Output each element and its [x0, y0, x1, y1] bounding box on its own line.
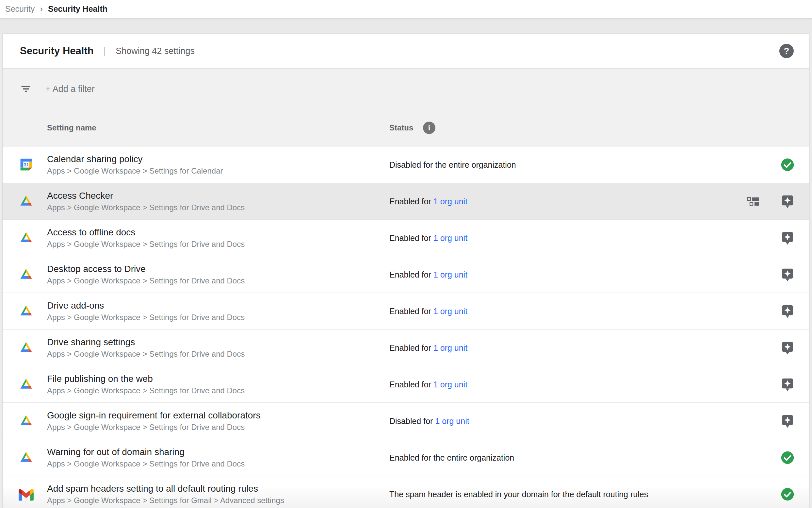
org-unit-link[interactable]: 1 org unit	[433, 343, 467, 352]
setting-name: File publishing on the web	[47, 373, 245, 385]
status-text: Enabled for	[389, 270, 431, 279]
page-title: Security Health	[20, 45, 94, 57]
status-text: Disabled for the entire organization	[389, 160, 516, 169]
setting-path: Apps > Google Workspace > Settings for D…	[47, 349, 245, 359]
setting-path: Apps > Google Workspace > Settings for D…	[47, 422, 260, 432]
status-text: Enabled for	[389, 306, 431, 315]
filter-bar: + Add a filter	[3, 69, 809, 109]
drive-app-icon	[19, 194, 33, 209]
setting-status: The spam header is enabled in your domai…	[389, 490, 648, 499]
org-unit-link[interactable]: 1 org unit	[435, 416, 469, 425]
ok-check-icon	[780, 451, 795, 465]
status-text: Disabled for	[389, 416, 433, 425]
recommendation-icon[interactable]	[780, 194, 795, 209]
setting-text: Calendar sharing policy Apps > Google Wo…	[47, 153, 223, 176]
setting-name: Access to offline docs	[47, 226, 245, 238]
setting-text: Warning for out of domain sharing Apps >…	[47, 446, 245, 469]
help-icon[interactable]: ?	[779, 44, 794, 58]
drive-app-icon	[18, 377, 34, 392]
setting-row[interactable]: Access Checker Apps > Google Workspace >…	[3, 183, 809, 220]
setting-name: Calendar sharing policy	[47, 153, 223, 165]
setting-status: Enabled for1 org unit	[389, 233, 467, 243]
setting-status: Disabled for1 org unit	[389, 416, 469, 426]
status-text: Enabled for	[389, 343, 431, 352]
setting-row[interactable]: File publishing on the web Apps > Google…	[3, 366, 809, 403]
org-unit-link[interactable]: 1 org unit	[433, 233, 467, 242]
setting-path: Apps > Google Workspace > Settings for D…	[47, 385, 245, 396]
drive-app-icon	[18, 414, 34, 429]
status-ok-icon	[780, 487, 795, 502]
recommendation-icon[interactable]	[780, 377, 795, 392]
recommendation-icon[interactable]	[780, 230, 795, 246]
info-icon[interactable]: i	[423, 122, 435, 134]
setting-row[interactable]: Drive add-ons Apps > Google Workspace > …	[3, 293, 809, 330]
recommendation-bubble-icon	[781, 414, 794, 428]
status-text: Enabled for	[389, 233, 431, 242]
setting-row[interactable]: Access to offline docs Apps > Google Wor…	[3, 220, 809, 256]
status-text: Enabled for	[389, 380, 431, 389]
ok-check-icon	[780, 487, 795, 502]
setting-row[interactable]: Add spam headers setting to all default …	[3, 476, 809, 508]
setting-row[interactable]: Google sign-in requirement for external …	[3, 403, 809, 439]
org-unit-link[interactable]: 1 org unit	[433, 197, 467, 206]
drive-app-icon	[18, 267, 34, 282]
drive-app-icon	[18, 194, 34, 209]
setting-row[interactable]: Warning for out of domain sharing Apps >…	[3, 439, 809, 476]
setting-row[interactable]: 31 Calendar sharing policy Apps > Google…	[3, 146, 809, 183]
setting-status: Enabled for1 org unit	[389, 343, 467, 352]
security-health-page: Security › Security Health Security Heal…	[0, 0, 812, 508]
org-unit-link[interactable]: 1 org unit	[433, 270, 467, 279]
setting-status: Enabled for1 org unit	[389, 306, 467, 316]
setting-name: Add spam headers setting to all default …	[47, 483, 284, 495]
page-band	[0, 18, 812, 34]
calendar-app-icon: 31	[18, 157, 34, 172]
recommendation-icon[interactable]	[780, 304, 795, 319]
ok-check-icon	[780, 158, 795, 172]
recommendation-bubble-icon	[781, 194, 794, 209]
org-unit-link[interactable]: 1 org unit	[433, 380, 467, 389]
setting-status: Enabled for the entire organization	[389, 453, 514, 462]
setting-text: Access to offline docs Apps > Google Wor…	[47, 226, 245, 249]
title-separator: |	[103, 46, 106, 56]
add-filter-button[interactable]: + Add a filter	[45, 84, 95, 94]
org-units-icon	[747, 197, 760, 206]
recommendation-bubble-icon	[781, 231, 794, 245]
setting-text: Drive add-ons Apps > Google Workspace > …	[47, 300, 245, 323]
recommendation-icon[interactable]	[780, 414, 795, 429]
recommendation-bubble-icon	[781, 377, 794, 392]
status-ok-icon	[780, 450, 795, 465]
recommendation-bubble-icon	[781, 304, 794, 319]
drive-app-icon	[19, 267, 33, 282]
drive-app-icon	[19, 377, 33, 392]
table-header: Setting name Status i	[3, 109, 809, 146]
status-text: Enabled for	[389, 197, 431, 206]
setting-row[interactable]: Desktop access to Drive Apps > Google Wo…	[3, 256, 809, 293]
recommendation-icon[interactable]	[780, 267, 795, 282]
setting-text: File publishing on the web Apps > Google…	[47, 373, 245, 396]
security-health-card: Security Health | Showing 42 settings ? …	[3, 34, 809, 508]
setting-path: Apps > Google Workspace > Settings for D…	[47, 276, 245, 286]
setting-status: Enabled for1 org unit	[389, 270, 467, 279]
recommendation-bubble-icon	[781, 267, 794, 282]
setting-status: Enabled for1 org unit	[389, 197, 467, 206]
settings-count: Showing 42 settings	[115, 46, 195, 56]
setting-path: Apps > Google Workspace > Settings for D…	[47, 312, 245, 323]
setting-name: Warning for out of domain sharing	[47, 446, 245, 458]
setting-text: Desktop access to Drive Apps > Google Wo…	[47, 263, 245, 286]
setting-status: Enabled for1 org unit	[389, 380, 467, 389]
filter-list-icon	[20, 83, 32, 95]
status-ok-icon	[780, 157, 795, 172]
card-header: Security Health | Showing 42 settings ?	[3, 34, 809, 69]
drive-app-icon	[18, 304, 34, 319]
setting-name: Drive sharing settings	[47, 336, 245, 348]
drive-app-icon	[18, 450, 34, 465]
gmail-app-icon	[18, 487, 34, 502]
status-text: Enabled for the entire organization	[389, 453, 514, 462]
breadcrumb-link-security[interactable]: Security	[5, 4, 35, 14]
org-unit-link[interactable]: 1 org unit	[433, 306, 467, 315]
setting-row[interactable]: Drive sharing settings Apps > Google Wor…	[3, 330, 809, 366]
recommendation-icon[interactable]	[780, 340, 795, 355]
setting-path: Apps > Google Workspace > Settings for G…	[47, 495, 284, 506]
recommendation-bubble-icon	[781, 341, 794, 355]
breadcrumb-current: Security Health	[48, 4, 107, 14]
